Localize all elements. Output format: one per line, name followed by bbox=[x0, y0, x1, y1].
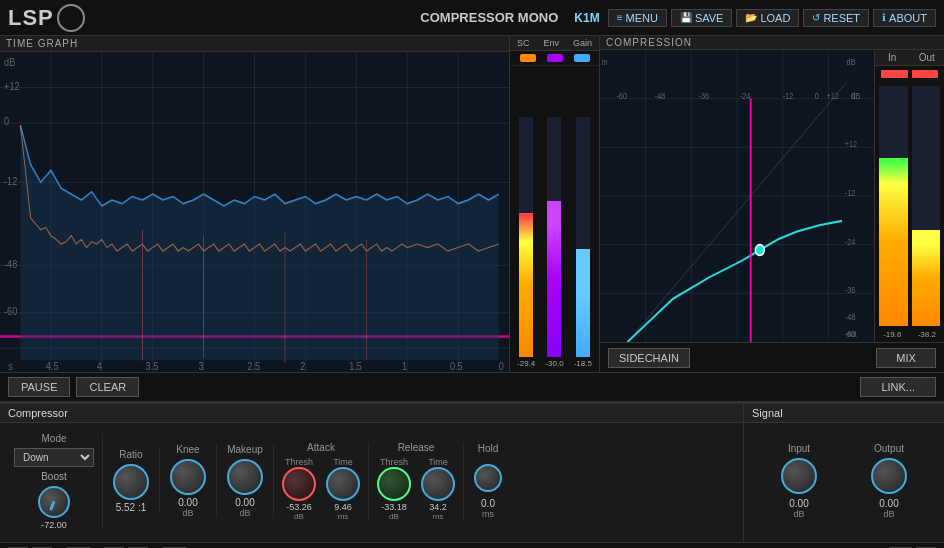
attack-thresh-unit: dB bbox=[294, 512, 304, 521]
attack-thresh-label: Thresh bbox=[285, 457, 313, 467]
knee-unit: dB bbox=[182, 508, 193, 518]
clear-button[interactable]: CLEAR bbox=[76, 377, 139, 397]
release-time-knob[interactable] bbox=[421, 467, 455, 501]
knee-group: Knee 0.00 dB bbox=[160, 444, 217, 518]
side-meters-indicators bbox=[510, 51, 599, 66]
svg-text:-60: -60 bbox=[4, 305, 18, 317]
out-bar-bg bbox=[912, 86, 941, 326]
time-graph-svg: dB +12 0 -12 -48 -60 s 4.5 4 3.5 3 2.5 2… bbox=[0, 52, 509, 372]
svg-text:1: 1 bbox=[402, 360, 408, 372]
gain-bar-fill bbox=[576, 249, 590, 357]
attack-time-label: Time bbox=[333, 457, 353, 467]
plugin-title: COMPRESSOR MONO bbox=[420, 10, 558, 25]
ratio-group: Ratio 5.52 :1 bbox=[103, 449, 160, 513]
in-out-indicators bbox=[875, 66, 944, 82]
sc-value: -29.4 bbox=[517, 359, 535, 368]
link-button[interactable]: LINK... bbox=[860, 377, 936, 397]
release-time-group: Time 34.2 ms bbox=[421, 457, 455, 521]
ratio-knob[interactable] bbox=[113, 464, 149, 500]
compressor-title: Compressor bbox=[0, 404, 743, 423]
in-out-meters-body bbox=[875, 82, 944, 330]
logo-text: LSP bbox=[8, 5, 54, 31]
output-knob[interactable] bbox=[871, 458, 907, 494]
mix-button[interactable]: MIX bbox=[876, 348, 936, 368]
boost-value: -72.00 bbox=[41, 520, 67, 530]
makeup-unit: dB bbox=[239, 508, 250, 518]
menu-button[interactable]: ≡ MENU bbox=[608, 9, 667, 27]
env-bar-fill bbox=[547, 201, 561, 357]
knee-knob[interactable] bbox=[170, 459, 206, 495]
attack-time-knob[interactable] bbox=[326, 467, 360, 501]
left-panel: TIME GRAPH dB bbox=[0, 36, 510, 372]
save-icon: 💾 bbox=[680, 12, 692, 23]
pause-button[interactable]: PAUSE bbox=[8, 377, 70, 397]
input-unit: dB bbox=[793, 509, 804, 519]
svg-marker-37 bbox=[20, 125, 498, 360]
release-group: Release Thresh -33.18 dB Time 34.2 ms bbox=[369, 442, 464, 521]
attack-time-value: 9.46 bbox=[334, 502, 352, 512]
release-time-value: 34.2 bbox=[429, 502, 447, 512]
env-value: -30.0 bbox=[545, 359, 563, 368]
hold-unit: ms bbox=[482, 509, 494, 519]
sidechain-button[interactable]: SIDECHAIN bbox=[608, 348, 690, 368]
svg-text:-48: -48 bbox=[845, 313, 856, 323]
side-meters-body: -29.4 -30.0 -18.5 bbox=[510, 66, 599, 372]
boost-knob[interactable] bbox=[38, 486, 70, 518]
boost-label: Boost bbox=[41, 471, 67, 482]
input-knob[interactable] bbox=[781, 458, 817, 494]
release-label: Release bbox=[398, 442, 435, 453]
load-button[interactable]: 📂 LOAD bbox=[736, 9, 799, 27]
svg-text:dB: dB bbox=[851, 91, 860, 101]
svg-text:-12: -12 bbox=[783, 91, 794, 101]
svg-text:3.5: 3.5 bbox=[146, 360, 159, 372]
about-button[interactable]: ℹ ABOUT bbox=[873, 9, 936, 27]
reset-button[interactable]: ↺ RESET bbox=[803, 9, 869, 27]
sc-bar-bg bbox=[519, 117, 533, 357]
env-indicator bbox=[547, 54, 563, 62]
compression-header: COMPRESSION bbox=[600, 36, 944, 50]
in-out-header: In Out bbox=[875, 50, 944, 66]
svg-text:3: 3 bbox=[199, 360, 205, 372]
sc-label: SC bbox=[517, 38, 530, 48]
hold-label: Hold bbox=[478, 443, 499, 454]
sc-bar-fill bbox=[519, 213, 533, 357]
gain-value: -18.5 bbox=[574, 359, 592, 368]
save-button[interactable]: 💾 SAVE bbox=[671, 9, 733, 27]
compression-main: dB 0 +12 -12 -24 -36 -48 -60 in -60 -48 … bbox=[600, 50, 944, 342]
makeup-knob[interactable] bbox=[227, 459, 263, 495]
attack-thresh-knob[interactable] bbox=[282, 467, 316, 501]
logo-icon bbox=[57, 4, 85, 32]
env-bar-bg bbox=[547, 117, 561, 357]
sidechain-row: SIDECHAIN MIX bbox=[600, 342, 944, 372]
signal-title: Signal bbox=[744, 404, 944, 423]
attack-thresh-value: -53.26 bbox=[286, 502, 312, 512]
hold-knob[interactable] bbox=[474, 464, 502, 492]
in-bar-bg bbox=[879, 86, 908, 326]
mode-group: Mode Down Up Boost -72.00 bbox=[6, 433, 103, 530]
gain-meter: -18.5 bbox=[571, 117, 595, 368]
out-label: Out bbox=[910, 50, 945, 65]
side-meters-panel: SC Env Gain -29.4 -30.0 bbox=[510, 36, 600, 372]
svg-text:1.5: 1.5 bbox=[349, 360, 362, 372]
output-value: 0.00 bbox=[879, 498, 898, 509]
knee-value: 0.00 bbox=[178, 497, 197, 508]
release-thresh-knob[interactable] bbox=[377, 467, 411, 501]
ratio-value: 5.52 :1 bbox=[116, 502, 147, 513]
attack-time-group: Time 9.46 ms bbox=[326, 457, 360, 521]
attack-time-unit: ms bbox=[338, 512, 349, 521]
svg-text:dB: dB bbox=[4, 57, 16, 69]
out-bar-fill bbox=[912, 230, 941, 326]
input-label: Input bbox=[788, 443, 810, 454]
mode-select[interactable]: Down Up bbox=[14, 448, 94, 467]
pause-clear-group: PAUSE CLEAR bbox=[0, 377, 860, 397]
gain-label: Gain bbox=[573, 38, 592, 48]
svg-text:out: out bbox=[847, 329, 858, 339]
right-panel: COMPRESSION dB bbox=[600, 36, 944, 372]
svg-text:0: 0 bbox=[499, 360, 505, 372]
makeup-value: 0.00 bbox=[235, 497, 254, 508]
release-thresh-group: Thresh -33.18 dB bbox=[377, 457, 411, 521]
svg-text:-48: -48 bbox=[655, 91, 666, 101]
load-icon: 📂 bbox=[745, 12, 757, 23]
svg-text:-24: -24 bbox=[740, 91, 751, 101]
svg-text:-36: -36 bbox=[699, 91, 710, 101]
